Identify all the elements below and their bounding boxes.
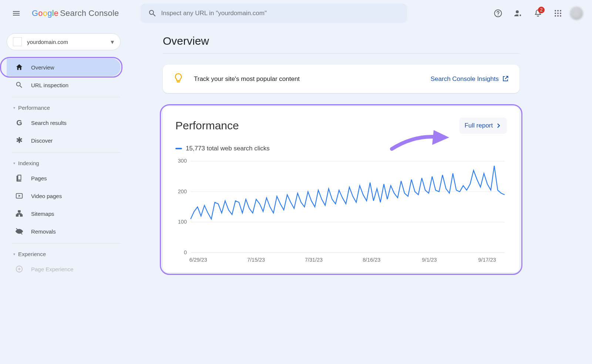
sidebar-item-label: Removals — [31, 228, 121, 235]
sidebar-item-discover[interactable]: ✱ Discover — [7, 132, 121, 149]
svg-point-9 — [557, 15, 559, 17]
svg-point-5 — [555, 13, 556, 14]
home-icon — [15, 63, 24, 72]
search-icon — [15, 81, 24, 89]
svg-point-10 — [560, 15, 561, 17]
search-bar[interactable] — [141, 4, 407, 23]
page-title: Overview — [163, 35, 519, 47]
apps-launcher[interactable] — [550, 5, 566, 21]
video-icon — [15, 191, 24, 200]
user-gear-icon — [514, 9, 522, 18]
sidebar-item-search-results[interactable]: G Search results — [7, 114, 121, 132]
sidebar-item-pages[interactable]: Pages — [7, 169, 121, 187]
sidebar-group-indexing[interactable]: ▾Indexing — [7, 156, 121, 169]
sidebar-group-experience[interactable]: ▾Experience — [7, 246, 121, 260]
caret-down-icon: ▼ — [110, 38, 115, 46]
eye-off-icon — [15, 227, 24, 236]
users-settings-button[interactable] — [510, 5, 526, 21]
sidebar-item-video-pages[interactable]: Video pages — [7, 187, 121, 205]
sidebar-item-label: Page Experience — [31, 265, 121, 273]
triangle-down-icon: ▾ — [13, 161, 15, 166]
notifications-button[interactable]: 2 — [530, 5, 546, 21]
legend-label: 15,773 total web search clicks — [186, 144, 270, 153]
insights-banner: Track your site's most popular content S… — [163, 65, 519, 93]
sidebar-group-label: Performance — [18, 104, 50, 112]
sitemap-icon — [15, 209, 24, 218]
svg-text:200: 200 — [178, 188, 187, 194]
svg-point-6 — [557, 13, 559, 14]
banner-message: Track your site's most popular content — [194, 75, 300, 84]
legend-swatch — [175, 148, 182, 149]
account-avatar[interactable] — [570, 7, 583, 20]
sidebar-item-removals[interactable]: Removals — [7, 222, 121, 240]
help-icon — [494, 9, 502, 18]
sidebar-item-label: Sitemaps — [31, 210, 121, 218]
svg-point-4 — [560, 10, 561, 11]
sidebar-item-label: URL inspection — [31, 81, 121, 89]
google-g-icon: G — [15, 118, 24, 127]
sidebar-item-label: Video pages — [31, 192, 121, 200]
svg-text:6/29/23: 6/29/23 — [189, 257, 207, 263]
discover-icon: ✱ — [15, 136, 24, 145]
lightbulb-icon — [173, 73, 184, 85]
property-name: yourdomain.com — [27, 38, 104, 46]
notification-badge: 2 — [538, 7, 545, 13]
chart-legend: 15,773 total web search clicks — [175, 144, 507, 153]
search-icon — [148, 9, 157, 18]
sidebar-group-label: Indexing — [18, 159, 39, 167]
sidebar-item-page-experience[interactable]: Page Experience — [7, 260, 121, 278]
svg-text:9/17/23: 9/17/23 — [478, 257, 496, 263]
svg-point-3 — [557, 10, 559, 11]
performance-card: Performance Full report 15,773 total web… — [163, 106, 519, 273]
sidebar-item-url-inspection[interactable]: URL inspection — [7, 76, 121, 94]
property-icon — [13, 37, 22, 46]
main-content: Overview Track your site's most popular … — [122, 27, 533, 273]
svg-point-8 — [555, 15, 556, 17]
app-name: Search Console — [60, 8, 119, 19]
link-label: Search Console Insights — [431, 75, 499, 84]
full-report-button[interactable]: Full report — [459, 118, 507, 134]
insights-link[interactable]: Search Console Insights — [431, 75, 509, 84]
sidebar-group-performance[interactable]: ▾Performance — [7, 100, 121, 114]
sidebar-item-label: Pages — [31, 174, 121, 182]
svg-text:300: 300 — [178, 158, 187, 164]
apps-grid-icon — [554, 9, 562, 18]
svg-rect-12 — [18, 211, 20, 212]
app-logo[interactable]: Google Search Console — [32, 8, 119, 19]
search-input[interactable] — [161, 9, 403, 17]
sidebar-item-overview[interactable]: Overview — [7, 58, 121, 76]
svg-text:100: 100 — [178, 219, 187, 225]
triangle-down-icon: ▾ — [13, 252, 15, 257]
help-button[interactable] — [490, 5, 506, 21]
topbar: Google Search Console 2 — [0, 0, 592, 27]
hamburger-icon — [12, 9, 21, 18]
button-label: Full report — [464, 121, 493, 130]
svg-text:7/15/23: 7/15/23 — [247, 257, 265, 263]
svg-text:9/1/23: 9/1/23 — [422, 257, 437, 263]
sidebar-item-label: Search results — [31, 119, 121, 127]
card-title: Performance — [175, 118, 239, 133]
svg-point-7 — [560, 13, 561, 14]
svg-text:0: 0 — [184, 249, 187, 255]
svg-point-1 — [498, 15, 498, 16]
triangle-down-icon: ▾ — [13, 105, 15, 110]
svg-text:7/31/23: 7/31/23 — [305, 257, 323, 263]
sidebar-group-label: Experience — [18, 250, 46, 258]
chevron-right-icon — [495, 122, 502, 129]
property-selector[interactable]: yourdomain.com ▼ — [7, 33, 121, 50]
performance-chart: 0100200300 6/29/237/15/237/31/238/16/239… — [175, 157, 507, 264]
menu-button[interactable] — [7, 4, 25, 22]
pages-icon — [15, 174, 24, 183]
sidebar-item-label: Discover — [31, 137, 121, 144]
svg-text:8/16/23: 8/16/23 — [363, 257, 380, 263]
svg-rect-14 — [20, 215, 23, 217]
sidebar: yourdomain.com ▼ Overview URL inspection… — [0, 27, 122, 278]
sidebar-item-label: Overview — [31, 64, 121, 71]
svg-point-2 — [555, 10, 556, 11]
circle-plus-icon — [15, 265, 24, 273]
svg-rect-13 — [16, 215, 18, 217]
sidebar-item-sitemaps[interactable]: Sitemaps — [7, 205, 121, 222]
google-wordmark: Google — [32, 8, 58, 19]
open-external-icon — [502, 75, 509, 82]
